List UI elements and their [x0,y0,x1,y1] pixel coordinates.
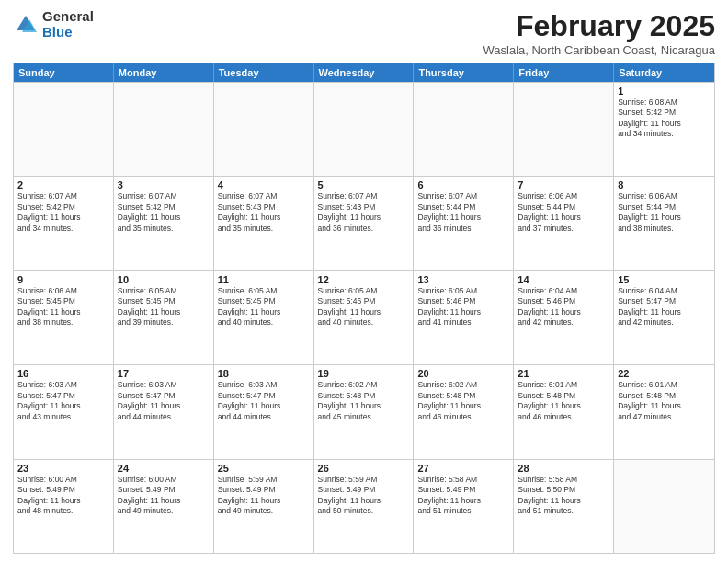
day-number: 8 [618,179,711,190]
weekday-header: Saturday [614,63,714,82]
day-number: 17 [118,368,210,379]
day-info: Sunrise: 6:05 AM Sunset: 5:45 PM Dayligh… [218,286,310,328]
logo: General Blue [13,9,94,40]
calendar-cell: 9Sunrise: 6:06 AM Sunset: 5:45 PM Daylig… [14,271,114,364]
day-info: Sunrise: 6:02 AM Sunset: 5:48 PM Dayligh… [318,380,410,422]
day-info: Sunrise: 6:02 AM Sunset: 5:48 PM Dayligh… [417,380,509,422]
logo-text: General Blue [42,9,94,40]
day-number: 9 [17,274,109,285]
day-info: Sunrise: 6:05 AM Sunset: 5:46 PM Dayligh… [417,286,509,328]
weekday-header: Monday [114,63,214,82]
day-number: 22 [618,368,711,379]
calendar-cell: 19Sunrise: 6:02 AM Sunset: 5:48 PM Dayli… [314,365,415,458]
day-info: Sunrise: 6:04 AM Sunset: 5:46 PM Dayligh… [518,286,609,328]
day-number: 14 [518,274,609,285]
day-info: Sunrise: 5:58 AM Sunset: 5:50 PM Dayligh… [518,475,609,517]
day-number: 24 [118,463,210,474]
calendar-cell: 24Sunrise: 6:00 AM Sunset: 5:49 PM Dayli… [114,460,214,553]
calendar-cell: 2Sunrise: 6:07 AM Sunset: 5:42 PM Daylig… [14,177,114,270]
calendar-cell [414,83,514,176]
calendar-cell: 6Sunrise: 6:07 AM Sunset: 5:44 PM Daylig… [414,177,514,270]
day-info: Sunrise: 6:05 AM Sunset: 5:46 PM Dayligh… [318,286,410,328]
calendar-cell: 5Sunrise: 6:07 AM Sunset: 5:43 PM Daylig… [314,177,415,270]
calendar-row: 16Sunrise: 6:03 AM Sunset: 5:47 PM Dayli… [14,364,714,458]
day-info: Sunrise: 6:03 AM Sunset: 5:47 PM Dayligh… [118,380,210,422]
calendar-cell: 3Sunrise: 6:07 AM Sunset: 5:42 PM Daylig… [114,177,214,270]
day-number: 15 [618,274,711,285]
day-number: 3 [118,179,210,190]
logo-icon [13,12,39,38]
calendar-cell [514,83,614,176]
calendar-cell: 14Sunrise: 6:04 AM Sunset: 5:46 PM Dayli… [514,271,614,364]
weekday-header: Friday [514,63,614,82]
day-info: Sunrise: 6:06 AM Sunset: 5:44 PM Dayligh… [618,191,711,234]
day-info: Sunrise: 6:06 AM Sunset: 5:45 PM Dayligh… [17,286,109,328]
day-number: 16 [17,368,109,379]
day-number: 23 [17,463,109,474]
day-info: Sunrise: 5:59 AM Sunset: 5:49 PM Dayligh… [218,475,310,517]
day-number: 21 [518,368,609,379]
day-info: Sunrise: 6:06 AM Sunset: 5:44 PM Dayligh… [518,191,609,234]
calendar-row: 23Sunrise: 6:00 AM Sunset: 5:49 PM Dayli… [14,459,714,553]
day-info: Sunrise: 6:00 AM Sunset: 5:49 PM Dayligh… [118,475,210,517]
weekday-header: Wednesday [314,63,415,82]
calendar-cell: 15Sunrise: 6:04 AM Sunset: 5:47 PM Dayli… [614,271,714,364]
day-number: 18 [218,368,310,379]
day-number: 26 [318,463,410,474]
day-number: 13 [417,274,509,285]
calendar-cell: 26Sunrise: 5:59 AM Sunset: 5:49 PM Dayli… [314,460,415,553]
calendar-row: 9Sunrise: 6:06 AM Sunset: 5:45 PM Daylig… [14,270,714,364]
header: General Blue February 2025 Waslala, Nort… [13,9,715,57]
day-info: Sunrise: 6:07 AM Sunset: 5:43 PM Dayligh… [218,191,310,234]
day-info: Sunrise: 6:05 AM Sunset: 5:45 PM Dayligh… [118,286,210,328]
day-number: 28 [518,463,609,474]
day-number: 2 [17,179,109,190]
day-info: Sunrise: 6:01 AM Sunset: 5:48 PM Dayligh… [618,380,711,422]
day-number: 1 [618,86,711,97]
calendar-cell: 11Sunrise: 6:05 AM Sunset: 5:45 PM Dayli… [214,271,314,364]
day-info: Sunrise: 5:58 AM Sunset: 5:49 PM Dayligh… [417,475,509,517]
calendar-cell [314,83,415,176]
calendar-cell: 23Sunrise: 6:00 AM Sunset: 5:49 PM Dayli… [14,460,114,553]
calendar-cell: 28Sunrise: 5:58 AM Sunset: 5:50 PM Dayli… [514,460,614,553]
day-info: Sunrise: 6:01 AM Sunset: 5:48 PM Dayligh… [518,380,609,422]
calendar-cell: 17Sunrise: 6:03 AM Sunset: 5:47 PM Dayli… [114,365,214,458]
calendar-cell: 21Sunrise: 6:01 AM Sunset: 5:48 PM Dayli… [514,365,614,458]
logo-general-text: General [42,9,94,25]
calendar-title: February 2025 [483,9,715,43]
day-number: 6 [417,179,509,190]
day-number: 27 [417,463,509,474]
day-number: 20 [417,368,509,379]
weekday-header: Sunday [14,63,114,82]
day-info: Sunrise: 6:07 AM Sunset: 5:42 PM Dayligh… [118,191,210,234]
calendar-row: 1Sunrise: 6:08 AM Sunset: 5:42 PM Daylig… [14,82,714,176]
day-info: Sunrise: 6:08 AM Sunset: 5:42 PM Dayligh… [618,98,711,140]
day-info: Sunrise: 6:04 AM Sunset: 5:47 PM Dayligh… [618,286,711,328]
day-info: Sunrise: 6:00 AM Sunset: 5:49 PM Dayligh… [17,475,109,517]
calendar: SundayMondayTuesdayWednesdayThursdayFrid… [13,63,715,554]
calendar-cell: 25Sunrise: 5:59 AM Sunset: 5:49 PM Dayli… [214,460,314,553]
day-info: Sunrise: 6:07 AM Sunset: 5:44 PM Dayligh… [417,191,509,234]
calendar-location: Waslala, North Caribbean Coast, Nicaragu… [483,43,715,57]
day-number: 19 [318,368,410,379]
calendar-cell: 16Sunrise: 6:03 AM Sunset: 5:47 PM Dayli… [14,365,114,458]
calendar-cell: 1Sunrise: 6:08 AM Sunset: 5:42 PM Daylig… [614,83,714,176]
day-number: 5 [318,179,410,190]
calendar-cell: 7Sunrise: 6:06 AM Sunset: 5:44 PM Daylig… [514,177,614,270]
day-info: Sunrise: 5:59 AM Sunset: 5:49 PM Dayligh… [318,475,410,517]
day-info: Sunrise: 6:07 AM Sunset: 5:43 PM Dayligh… [318,191,410,234]
calendar-cell: 20Sunrise: 6:02 AM Sunset: 5:48 PM Dayli… [414,365,514,458]
day-number: 12 [318,274,410,285]
calendar-row: 2Sunrise: 6:07 AM Sunset: 5:42 PM Daylig… [14,176,714,270]
day-number: 25 [218,463,310,474]
day-info: Sunrise: 6:07 AM Sunset: 5:42 PM Dayligh… [17,191,109,234]
calendar-cell [14,83,114,176]
calendar-cell: 8Sunrise: 6:06 AM Sunset: 5:44 PM Daylig… [614,177,714,270]
calendar-cell: 22Sunrise: 6:01 AM Sunset: 5:48 PM Dayli… [614,365,714,458]
page: General Blue February 2025 Waslala, Nort… [0,0,728,563]
calendar-cell: 27Sunrise: 5:58 AM Sunset: 5:49 PM Dayli… [414,460,514,553]
day-number: 7 [518,179,609,190]
calendar-cell [114,83,214,176]
calendar-body: 1Sunrise: 6:08 AM Sunset: 5:42 PM Daylig… [14,82,714,553]
calendar-cell: 13Sunrise: 6:05 AM Sunset: 5:46 PM Dayli… [414,271,514,364]
